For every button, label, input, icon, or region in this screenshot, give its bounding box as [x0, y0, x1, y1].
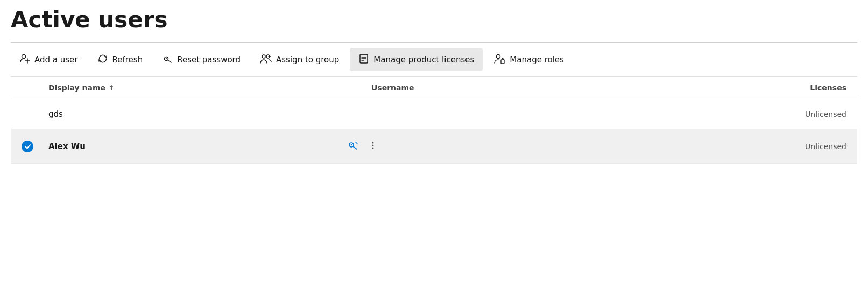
svg-line-4 [168, 60, 172, 63]
svg-rect-15 [501, 60, 504, 64]
table-header: Display name ↑ Username Licenses [11, 77, 857, 99]
add-user-button[interactable]: Add a user [11, 48, 87, 71]
manage-roles-label: Manage roles [510, 55, 564, 65]
svg-point-22 [372, 147, 374, 149]
more-options-icon[interactable] [366, 138, 380, 155]
checked-circle [22, 141, 33, 152]
row-actions [344, 137, 750, 156]
row-licenses: Unlicensed [750, 110, 846, 118]
refresh-icon [97, 53, 108, 66]
row-licenses: Unlicensed [750, 142, 846, 151]
table-row[interactable]: Alex Wu U [11, 129, 857, 164]
svg-point-6 [262, 55, 265, 58]
refresh-button[interactable]: Refresh [89, 48, 152, 71]
svg-point-0 [22, 55, 26, 59]
manage-roles-icon [493, 53, 505, 66]
row-checkbox[interactable] [22, 141, 48, 152]
sort-arrow-icon: ↑ [109, 84, 114, 92]
reset-password-label: Reset password [177, 55, 241, 65]
col-username-header[interactable]: Username [371, 83, 750, 92]
row-displayname: gds [48, 109, 344, 119]
manage-licenses-label: Manage product licenses [373, 55, 474, 65]
col-licenses-header[interactable]: Licenses [750, 83, 846, 92]
col-licenses-label: Licenses [810, 83, 846, 92]
svg-point-21 [372, 144, 374, 146]
table-row[interactable]: gds Unlicensed [11, 99, 857, 129]
svg-line-19 [356, 142, 357, 144]
assign-to-group-label: Assign to group [276, 55, 339, 65]
refresh-label: Refresh [112, 55, 143, 65]
add-user-label: Add a user [34, 55, 78, 65]
manage-licenses-icon [358, 53, 369, 66]
svg-point-17 [351, 144, 352, 146]
svg-line-18 [353, 146, 357, 149]
row-displayname: Alex Wu [48, 142, 344, 151]
col-displayname-label: Display name [48, 83, 105, 92]
assign-to-group-button[interactable]: Assign to group [251, 48, 348, 71]
svg-point-5 [166, 58, 167, 59]
reset-password-icon [162, 53, 173, 66]
reset-password-button[interactable]: Reset password [153, 48, 249, 71]
toolbar: Add a user Refresh [11, 43, 857, 77]
assign-group-icon [260, 53, 272, 66]
col-displayname-header[interactable]: Display name ↑ [48, 83, 371, 92]
manage-roles-button[interactable]: Manage roles [485, 48, 573, 71]
page-title: Active users [11, 8, 857, 32]
users-table: Display name ↑ Username Licenses gds Unl… [11, 77, 857, 164]
reset-password-row-icon[interactable] [344, 137, 361, 156]
svg-point-20 [372, 142, 374, 143]
svg-point-14 [497, 55, 500, 59]
page-container: Active users Add a user [0, 0, 868, 164]
manage-licenses-button[interactable]: Manage product licenses [350, 48, 483, 71]
col-username-label: Username [371, 83, 414, 92]
add-user-icon [19, 53, 30, 66]
